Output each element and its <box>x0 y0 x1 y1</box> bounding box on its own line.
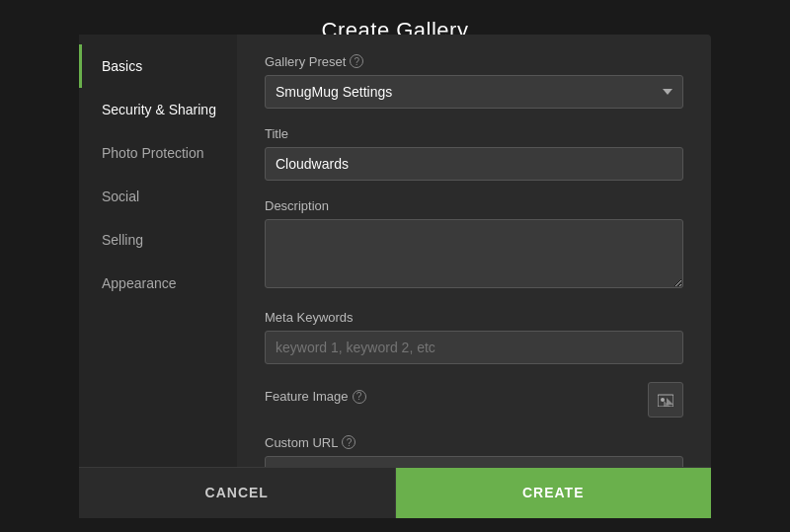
modal-body: Basics Security & Sharing Photo Protecti… <box>79 35 711 467</box>
gallery-preset-help-icon[interactable]: ? <box>350 54 363 68</box>
sidebar-item-photo-protection[interactable]: Photo Protection <box>79 131 237 175</box>
gallery-preset-group: Gallery Preset ? SmugMug Settings Custom… <box>265 54 683 109</box>
custom-url-help-icon[interactable]: ? <box>342 435 356 449</box>
feature-image-label: Feature Image ? <box>265 389 366 404</box>
create-button[interactable]: CREATE <box>396 468 712 518</box>
feature-image-group: Feature Image ? <box>265 382 683 418</box>
cancel-button[interactable]: CANCEL <box>79 468 396 518</box>
gallery-preset-label: Gallery Preset ? <box>265 54 683 69</box>
image-upload-button[interactable] <box>648 382 683 418</box>
sidebar-item-basics[interactable]: Basics <box>79 44 237 88</box>
sidebar-item-social[interactable]: Social <box>79 175 237 218</box>
sidebar-item-appearance[interactable]: Appearance <box>79 262 237 305</box>
sidebar-item-security-sharing[interactable]: Security & Sharing <box>79 88 237 131</box>
description-group: Description <box>265 198 683 292</box>
gallery-preset-select[interactable]: SmugMug Settings Custom Default <box>265 75 683 109</box>
modal-footer: CANCEL CREATE <box>79 467 711 518</box>
sidebar-item-selling[interactable]: Selling <box>79 218 237 262</box>
custom-url-group: Custom URL ? https://aleksanderhougen.sm… <box>265 435 683 467</box>
feature-image-help-icon[interactable]: ? <box>353 390 366 404</box>
title-input[interactable] <box>265 147 683 181</box>
sidebar: Basics Security & Sharing Photo Protecti… <box>79 35 237 467</box>
title-label: Title <box>265 126 683 141</box>
meta-keywords-label: Meta Keywords <box>265 310 683 325</box>
custom-url-input[interactable] <box>265 456 683 467</box>
description-textarea[interactable] <box>265 219 683 288</box>
description-label: Description <box>265 198 683 213</box>
main-content: Gallery Preset ? SmugMug Settings Custom… <box>237 35 711 467</box>
meta-keywords-group: Meta Keywords <box>265 310 683 364</box>
modal: Basics Security & Sharing Photo Protecti… <box>79 35 711 518</box>
title-group: Title <box>265 126 683 181</box>
custom-url-label: Custom URL ? <box>265 435 683 450</box>
meta-keywords-input[interactable] <box>265 331 683 364</box>
svg-marker-3 <box>667 398 673 405</box>
feature-image-row: Feature Image ? <box>265 382 683 418</box>
